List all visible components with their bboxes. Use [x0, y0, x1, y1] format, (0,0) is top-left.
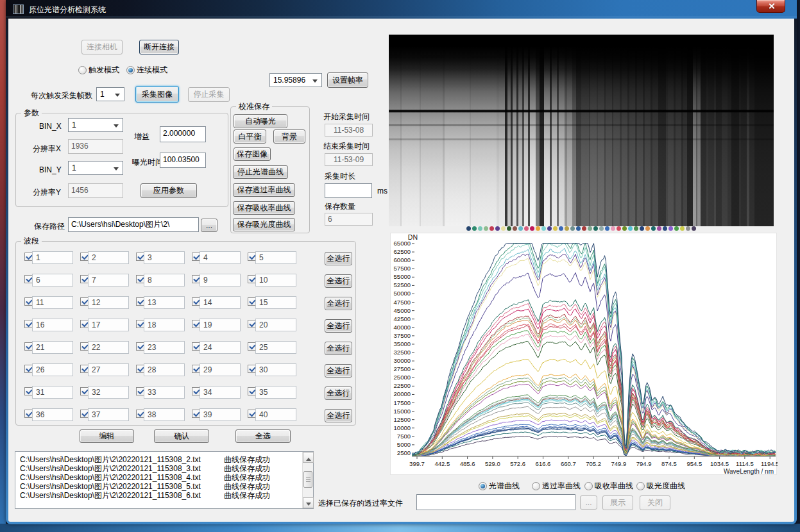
log-line[interactable]: C:\Users\hsi\Desktop\图片\2\20220121_11530… — [20, 473, 309, 482]
confirm-button[interactable]: 确认 — [154, 429, 209, 443]
band-color-dot-6 — [495, 226, 500, 231]
band-input-1[interactable]: 1 — [32, 251, 73, 264]
band-input-6[interactable]: 6 — [32, 274, 73, 287]
band-input-31[interactable]: 31 — [32, 386, 73, 399]
save-path-input[interactable]: C:\Users\hsi\Desktop\图片\2\ — [68, 217, 199, 232]
frames-combo[interactable]: 1 — [96, 87, 124, 101]
band-input-23[interactable]: 23 — [144, 341, 185, 354]
log-line[interactable]: C:\Users\hsi\Desktop\图片\2\20220121_11530… — [20, 464, 309, 473]
auto-exposure-button[interactable]: 自动曝光 — [234, 114, 287, 128]
scroll-down-arrow[interactable] — [303, 497, 314, 508]
scroll-thumb[interactable] — [303, 471, 312, 488]
band-input-35[interactable]: 35 — [255, 386, 296, 399]
apply-params-button[interactable]: 应用参数 — [140, 183, 197, 198]
log-line[interactable]: C:\Users\hsi\Desktop\图片\2\20220121_11530… — [20, 482, 309, 491]
band-input-11[interactable]: 11 — [32, 296, 73, 309]
band-input-7[interactable]: 7 — [88, 274, 129, 287]
transmittance-curve-radio[interactable] — [532, 482, 540, 490]
band-input-38[interactable]: 38 — [144, 408, 185, 421]
bin-x-combo[interactable]: 1 — [68, 118, 123, 132]
gain-input[interactable]: 2.000000 — [160, 126, 206, 142]
select-row-button-4[interactable]: 全选行 — [325, 319, 352, 333]
band-input-14[interactable]: 14 — [200, 296, 241, 309]
scroll-up-arrow[interactable] — [303, 452, 314, 463]
band-input-5[interactable]: 5 — [255, 251, 296, 264]
white-balance-button[interactable]: 白平衡 — [234, 129, 266, 144]
band-input-20[interactable]: 20 — [255, 319, 296, 331]
select-row-button-3[interactable]: 全选行 — [325, 297, 352, 310]
log-line[interactable]: C:\Users\hsi\Desktop\图片\2\20220121_11530… — [20, 491, 309, 500]
select-row-button-7[interactable]: 全选行 — [325, 387, 352, 400]
band-input-22[interactable]: 22 — [88, 341, 129, 354]
frame-rate-combo[interactable]: 15.95896 — [269, 73, 322, 87]
disconnect-button[interactable]: 断开连接 — [139, 40, 179, 54]
band-input-19[interactable]: 19 — [200, 319, 241, 331]
band-input-33[interactable]: 33 — [144, 386, 185, 399]
stop-spectrum-button[interactable]: 停止光谱曲线 — [233, 165, 288, 179]
select-row-button-8[interactable]: 全选行 — [325, 409, 352, 422]
save-absorbance-button[interactable]: 保存吸光度曲线 — [233, 218, 295, 231]
band-input-24[interactable]: 24 — [200, 341, 241, 354]
band-input-39[interactable]: 39 — [200, 408, 241, 421]
log-listbox[interactable]: C:\Users\hsi\Desktop\图片\2\20220121_11530… — [15, 451, 314, 509]
band-input-30[interactable]: 30 — [255, 363, 296, 376]
band-input-2[interactable]: 2 — [88, 251, 129, 264]
trigger-mode-radio[interactable] — [78, 66, 87, 74]
band-input-16[interactable]: 16 — [32, 319, 73, 331]
band-input-4[interactable]: 4 — [200, 251, 241, 264]
absorptance-curve-radio[interactable] — [584, 482, 593, 490]
select-row-button-2[interactable]: 全选行 — [325, 274, 352, 288]
save-image-button[interactable]: 保存图像 — [234, 147, 271, 161]
capture-image-button[interactable]: 采集图像 — [135, 86, 179, 103]
select-row-button-5[interactable]: 全选行 — [325, 342, 352, 355]
band-input-36[interactable]: 36 — [32, 408, 73, 421]
band-input-18[interactable]: 18 — [144, 319, 185, 331]
continuous-mode-radio[interactable] — [126, 66, 135, 74]
band-color-dot-28 — [622, 226, 627, 231]
connect-camera-button[interactable]: 连接相机 — [81, 40, 123, 54]
band-input-13[interactable]: 13 — [144, 296, 185, 309]
band-input-21[interactable]: 21 — [32, 341, 73, 354]
edit-button[interactable]: 编辑 — [80, 429, 134, 443]
show-button[interactable]: 展示 — [602, 495, 633, 510]
band-input-28[interactable]: 28 — [144, 363, 185, 376]
file-browse-button[interactable]: ... — [580, 495, 597, 510]
band-input-40[interactable]: 40 — [255, 408, 296, 421]
band-input-32[interactable]: 32 — [88, 386, 129, 399]
file-select-input[interactable] — [416, 494, 575, 510]
save-path-browse-button[interactable]: ... — [201, 219, 217, 232]
close-button[interactable] — [756, 0, 785, 13]
band-input-15[interactable]: 15 — [255, 296, 296, 309]
duration-input[interactable] — [325, 183, 372, 198]
save-absorptance-button[interactable]: 保存吸收率曲线 — [233, 201, 295, 215]
select-row-button-1[interactable]: 全选行 — [325, 252, 352, 265]
log-line[interactable]: C:\Users\hsi\Desktop\图片\2\20220121_11530… — [20, 455, 309, 464]
band-input-3[interactable]: 3 — [144, 251, 185, 264]
svg-text:399.7: 399.7 — [409, 460, 425, 467]
spectrum-curve-radio[interactable] — [479, 482, 487, 490]
band-input-34[interactable]: 34 — [200, 386, 241, 399]
stop-capture-button[interactable]: 停止采集 — [188, 87, 230, 102]
select-row-button-6[interactable]: 全选行 — [325, 364, 352, 378]
band-input-25[interactable]: 25 — [255, 341, 296, 354]
save-transmittance-button[interactable]: 保存透过率曲线 — [233, 183, 295, 197]
band-input-29[interactable]: 29 — [200, 363, 241, 376]
exposure-input[interactable]: 100.03500 — [160, 153, 206, 168]
res-y-input[interactable]: 1456 — [68, 183, 123, 198]
band-input-8[interactable]: 8 — [144, 274, 185, 287]
band-input-27[interactable]: 27 — [88, 363, 129, 376]
close-file-button[interactable]: 关闭 — [640, 495, 670, 510]
band-input-17[interactable]: 17 — [88, 319, 129, 331]
band-input-9[interactable]: 9 — [200, 274, 241, 287]
bin-y-combo[interactable]: 1 — [68, 161, 123, 175]
background-button[interactable]: 背景 — [273, 129, 305, 144]
log-scrollbar[interactable] — [302, 452, 313, 508]
set-frame-rate-button[interactable]: 设置帧率 — [327, 72, 368, 88]
band-input-26[interactable]: 26 — [32, 363, 73, 376]
res-x-input[interactable]: 1936 — [68, 139, 123, 154]
band-input-12[interactable]: 12 — [88, 296, 129, 309]
select-all-button[interactable]: 全选 — [235, 429, 291, 443]
absorbance-curve-radio[interactable] — [636, 482, 645, 490]
band-input-10[interactable]: 10 — [255, 274, 296, 287]
band-input-37[interactable]: 37 — [88, 408, 129, 421]
